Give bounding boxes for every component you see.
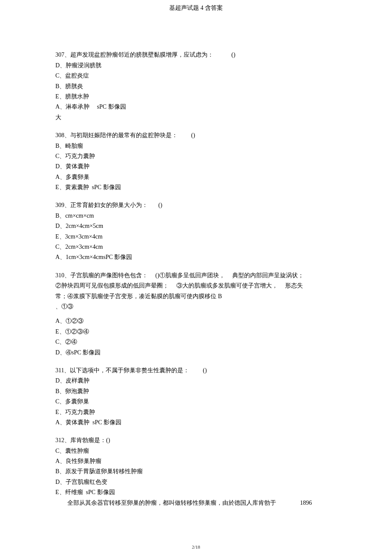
page-header-title: 基超声试题 4 含答案 [0,0,392,16]
option-line: E、膀胱水肿 [55,92,337,101]
option-line: D、皮样囊肿 [55,376,337,385]
question-stem-line: 310、子宫肌瘤的声像图特色包含： ()①肌瘤多呈低回声团块， 典型的内部回声呈… [55,271,337,280]
option-line: D、④sPC 影像园 [55,348,337,357]
option-line: C、囊性肿瘤 [55,446,337,456]
option-line: E、巧克力囊肿 [55,408,337,417]
option-line: D、黄体囊肿 [55,162,337,171]
option-line: C、多囊卵巢 [55,397,337,406]
question-307: 307、超声发现盆腔肿瘤邻近的膀胱壁黏膜增厚，应试虑为： () D、肿瘤浸润膀胱… [55,50,337,122]
question-stem-line: 、①③ [55,302,337,311]
option-line: B、膀胱炎 [55,82,337,91]
option-line: D、肿瘤浸润膀胱 [55,61,337,70]
option-line: A、良性卵巢肿瘤 [55,457,337,466]
option-line: B、原发于胃肠道卵巢转移性肿瘤 [55,467,337,476]
option-line: C、2cm×3cm×4cm [55,242,337,252]
option-line: C、巧克力囊肿 [55,152,337,161]
page-number: 2/18 [0,543,392,551]
option-line: C、②④ [55,337,337,347]
option-line: A、多囊卵巢 [55,173,337,182]
option-line: A、1cm×3cm×4cmsPC 影像园 [55,253,337,262]
question-stem: 311、以下选项中，不属于卵巢非赘生性囊肿的是： () [55,366,337,375]
question-stem-line: ②肿块四周可见假包膜形成的低回声晕圈； ③大的肌瘤或多发肌瘤可使子宫增大， 形态… [55,281,337,290]
question-stem: 309、正常育龄妇女的卵巢大小为： () [55,201,337,210]
option-line: B、卵泡囊肿 [55,387,337,396]
question-stem-line: 常；④浆膜下肌瘤使子宫变形，凑近黏膜的肌瘤可使内膜移位 B [55,292,337,301]
question-310: 310、子宫肌瘤的声像图特色包含： ()①肌瘤多呈低回声团块， 典型的内部回声呈… [55,271,337,357]
question-308: 308、与初期妊娠陪伴的最常有的盆腔肿块是： () B、畸胎瘤 C、巧克力囊肿 … [55,131,337,192]
option-line: B、畸胎瘤 [55,141,337,151]
option-line: E、纤维瘤 sPC 影像园 [55,488,337,497]
question-309: 309、正常育龄妇女的卵巢大小为： () B、cm×cm×cm D、2cm×4c… [55,201,337,262]
option-line: A、淋奉承肿 sPC 影像园 [55,102,337,112]
option-line: E、黄素囊肿 sPC 影像园 [55,183,337,192]
question-stem: 307、超声发现盆腔肿瘤邻近的膀胱壁黏膜增厚，应试虑为： () [55,50,337,60]
option-line: A、①②③ [55,316,337,326]
option-line: B、cm×cm×cm [55,211,337,221]
question-footnote: 全部从其余器官转移至卵巢的肿瘤，都叫做转移性卵巢瘤，由於德国人库肯勃于 1896 [55,498,337,508]
option-line: 大 [55,113,337,122]
page-content: 307、超声发现盆腔肿瘤邻近的膀胱壁黏膜增厚，应试虑为： () D、肿瘤浸润膀胱… [0,16,392,526]
option-line: E、3cm×3cm×4cm [55,232,337,242]
question-311: 311、以下选项中，不属于卵巢非赘生性囊肿的是： () D、皮样囊肿 B、卵泡囊… [55,366,337,427]
option-line: D、2cm×4cm×5cm [55,221,337,231]
option-line: E、①②③④ [55,327,337,336]
option-line: D、子宫肌瘤红色变 [55,477,337,487]
question-stem: 308、与初期妊娠陪伴的最常有的盆腔肿块是： () [55,131,337,140]
option-line: C、盆腔炎症 [55,71,337,81]
option-line: A、黄体囊肿 sPC 影像园 [55,418,337,427]
question-312: 312、库肯勃瘤是：() C、囊性肿瘤 A、良性卵巢肿瘤 B、原发于胃肠道卵巢转… [55,436,337,508]
question-stem: 312、库肯勃瘤是：() [55,436,337,445]
